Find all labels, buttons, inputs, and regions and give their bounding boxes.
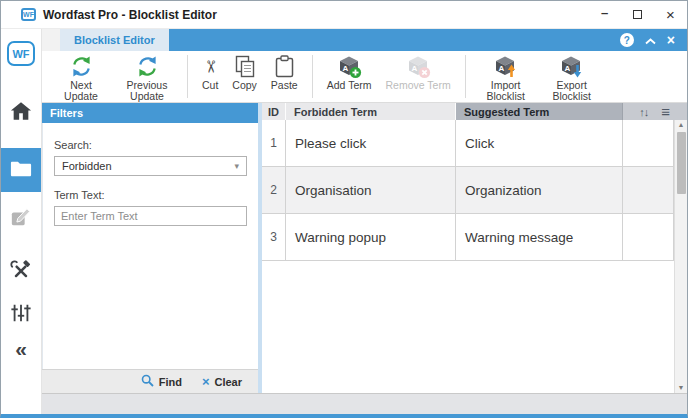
scroll-up-icon[interactable]: ▲ <box>678 120 685 130</box>
cell-id: 3 <box>262 214 286 260</box>
sliders-icon <box>10 302 32 328</box>
import-blocklist-label: Import Blocklist <box>480 80 532 102</box>
help-icon: ? <box>624 35 630 46</box>
column-header-suggested-term[interactable]: Suggested Term <box>456 103 623 120</box>
term-text-input[interactable] <box>54 206 247 226</box>
table-row[interactable]: 2 Organisation Organization <box>262 167 687 214</box>
maximize-button[interactable] <box>621 1 654 28</box>
vertical-scrollbar[interactable]: ▲ ▼ <box>674 120 687 393</box>
table-header: ID Forbidden Term Suggested Term ↑↓ ≡ <box>262 103 687 120</box>
sidebar-item-home[interactable] <box>1 96 41 130</box>
remove-term-button: A Remove Term <box>378 51 457 102</box>
previous-update-button[interactable]: Previous Update <box>114 51 180 102</box>
close-tab-button[interactable]: × <box>667 33 675 47</box>
tab-bar-lead <box>42 29 60 51</box>
export-blocklist-label: Export Blocklist <box>546 80 598 102</box>
app-window: WF Wordfast Pro - Blocklist Editor – × W… <box>0 0 688 418</box>
tools-icon <box>10 260 32 286</box>
window-controls: – × <box>588 1 687 28</box>
filters-panel-title: Filters <box>42 103 258 123</box>
cut-label: Cut <box>202 80 218 91</box>
search-dropdown-value: Forbidden <box>62 160 112 172</box>
filters-footer: Find × Clear <box>42 369 258 393</box>
maximize-icon <box>633 10 642 19</box>
table-row[interactable]: 1 Please click Click <box>262 120 687 167</box>
add-term-icon: A <box>337 54 362 79</box>
remove-term-label: Remove Term <box>385 80 450 91</box>
next-update-button[interactable]: Next Update <box>48 51 114 102</box>
toolbar-separator <box>187 55 188 98</box>
cell-suggested-term[interactable]: Organization <box>456 167 623 213</box>
cut-button[interactable]: ✂ Cut <box>195 51 225 102</box>
copy-label: Copy <box>232 80 257 91</box>
cell-forbidden-term[interactable]: Please click <box>286 120 456 166</box>
tab-bar: Blocklist Editor ? × <box>42 29 687 51</box>
scroll-down-icon[interactable]: ▼ <box>678 383 685 393</box>
sidebar-item-tools[interactable] <box>1 256 41 290</box>
folder-icon <box>10 160 32 181</box>
wordfast-logo: WF <box>7 41 35 66</box>
table-row[interactable]: 3 Warning popup Warning message <box>262 214 687 261</box>
help-button[interactable]: ? <box>620 33 634 47</box>
find-button[interactable]: Find <box>141 374 182 389</box>
tab-blocklist-editor[interactable]: Blocklist Editor <box>60 29 169 51</box>
cell-empty <box>623 120 674 166</box>
sidebar: WF <box>1 29 42 414</box>
column-header-tools: ↑↓ ≡ <box>623 103 687 120</box>
sidebar-item-projects-active[interactable] <box>1 148 41 192</box>
chevron-down-icon: ▾ <box>234 161 239 171</box>
cell-suggested-term[interactable]: Click <box>456 120 623 166</box>
svg-text:A: A <box>411 64 417 73</box>
copy-icon <box>234 54 256 79</box>
sidebar-item-preferences[interactable] <box>1 298 41 332</box>
find-label: Find <box>159 376 182 388</box>
minimize-button[interactable]: – <box>588 1 621 28</box>
export-blocklist-button[interactable]: A Export Blocklist <box>539 51 605 102</box>
chevron-up-icon <box>645 31 656 48</box>
remove-term-icon: A <box>406 54 431 79</box>
paste-label: Paste <box>271 80 298 91</box>
add-term-button[interactable]: A Add Term <box>320 51 379 102</box>
column-header-forbidden-term[interactable]: Forbidden Term <box>286 103 456 120</box>
paste-button[interactable]: Paste <box>264 51 305 102</box>
cell-forbidden-term[interactable]: Warning popup <box>286 214 456 260</box>
toolbar-separator <box>312 55 313 98</box>
clear-button[interactable]: × Clear <box>202 374 242 389</box>
titlebar: WF Wordfast Pro - Blocklist Editor – × <box>1 1 687 29</box>
cell-id: 1 <box>262 120 286 166</box>
sort-icon[interactable]: ↑↓ <box>639 106 648 118</box>
svg-text:A: A <box>499 64 505 73</box>
cell-forbidden-term[interactable]: Organisation <box>286 167 456 213</box>
search-dropdown[interactable]: Forbidden ▾ <box>54 156 247 176</box>
svg-text:A: A <box>342 64 348 73</box>
previous-update-label: Previous Update <box>121 80 173 102</box>
cell-suggested-term[interactable]: Warning message <box>456 214 623 260</box>
scissors-icon: ✂ <box>200 59 221 73</box>
import-blocklist-button[interactable]: A Import Blocklist <box>473 51 539 102</box>
close-icon: × <box>666 6 675 23</box>
term-text-label: Term Text: <box>54 189 247 201</box>
app-icon: WF <box>21 8 36 21</box>
scrollbar-thumb[interactable] <box>677 132 686 194</box>
toolbar: Next Update Previous Update <box>42 51 687 103</box>
search-label: Search: <box>54 139 247 151</box>
next-update-label: Next Update <box>55 80 107 102</box>
sidebar-item-editor-disabled <box>1 202 41 236</box>
svg-text:A: A <box>565 64 571 73</box>
minimize-icon: – <box>601 5 608 20</box>
collapse-icon: « <box>15 339 27 359</box>
toolbar-separator <box>465 55 466 98</box>
collapse-panel-button[interactable] <box>645 31 656 49</box>
cell-empty <box>623 167 674 213</box>
window-title: Wordfast Pro - Blocklist Editor <box>43 8 217 22</box>
column-menu-icon[interactable]: ≡ <box>661 103 670 120</box>
cell-id: 2 <box>262 167 286 213</box>
tab-bar-fill <box>169 29 620 51</box>
column-header-id[interactable]: ID <box>262 103 286 120</box>
copy-button[interactable]: Copy <box>225 51 264 102</box>
close-button[interactable]: × <box>654 1 687 28</box>
export-blocklist-icon: A <box>559 54 584 79</box>
collapse-sidebar-button[interactable]: « <box>1 332 41 366</box>
home-icon <box>10 101 32 125</box>
cell-empty <box>623 214 674 260</box>
